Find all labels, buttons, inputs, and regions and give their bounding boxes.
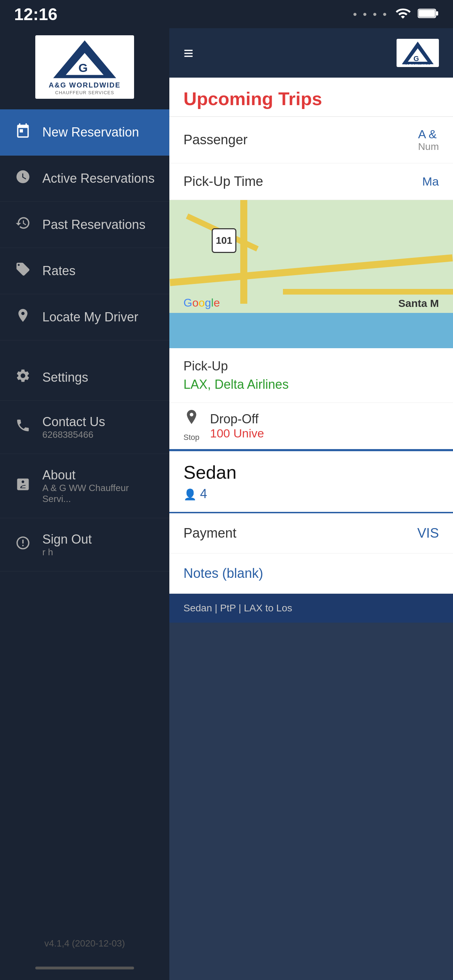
status-bar: 12:16 • • • • xyxy=(0,0,453,28)
pickup-time-row: Pick-Up Time Ma xyxy=(169,163,453,200)
main-layout: G A&G WORLDWIDE CHAUFFEUR SERVICES New R… xyxy=(0,28,453,980)
person-icon: 👤 xyxy=(183,488,197,500)
contact-icon xyxy=(14,418,32,437)
map-water xyxy=(169,313,453,348)
nav-items: New Reservation Active Reservations Past… xyxy=(0,109,169,928)
notes-value: Notes (blank) xyxy=(183,566,263,581)
pickup-section: Pick-Up LAX, Delta Airlines xyxy=(169,348,453,403)
sign-out-label: Sign Out xyxy=(42,532,92,546)
sidebar-item-contact[interactable]: Contact Us 6268385466 xyxy=(0,401,169,454)
footer-text: Sedan | PtP | LAX to Los xyxy=(183,603,292,614)
google-g2-letter: g xyxy=(205,296,211,309)
upcoming-trips-header: Upcoming Trips xyxy=(169,78,453,117)
svg-text:G: G xyxy=(413,55,419,62)
dropoff-value: 100 Unive xyxy=(210,426,439,440)
stop-icon-area: Stop xyxy=(183,410,199,442)
status-time: 12:16 xyxy=(14,5,57,24)
pickup-value: LAX, Delta Airlines xyxy=(183,377,439,392)
svg-text:A&G WORLDWIDE: A&G WORLDWIDE xyxy=(403,62,431,65)
settings-label: Settings xyxy=(42,370,88,385)
settings-icon xyxy=(14,368,32,387)
right-header: ≡ G A&G WORLDWIDE xyxy=(169,28,453,78)
battery-icon xyxy=(418,7,439,21)
contact-label: Contact Us xyxy=(42,415,105,429)
stop-label: Stop xyxy=(183,433,199,442)
stop-pin-icon xyxy=(184,410,199,431)
passenger-row: Passenger A & Num xyxy=(169,117,453,163)
nav-spacer xyxy=(0,340,169,355)
trip-details: Passenger A & Num Pick-Up Time Ma xyxy=(169,117,453,200)
locate-driver-icon xyxy=(14,308,32,327)
footer-bar: Sedan | PtP | LAX to Los xyxy=(169,594,453,623)
about-text: About A & G WW Chauffeur Servi... xyxy=(42,468,155,504)
right-panel: ≡ G A&G WORLDWIDE Upcoming Trips Passeng… xyxy=(169,28,453,980)
vehicle-name: Sedan xyxy=(183,462,439,483)
google-g-letter: G xyxy=(183,296,192,309)
google-o1-letter: o xyxy=(192,296,199,309)
svg-rect-1 xyxy=(436,11,438,16)
new-reservation-label: New Reservation xyxy=(42,125,139,140)
logo: G A&G WORLDWIDE CHAUFFEUR SERVICES xyxy=(35,35,134,99)
logo-subtitle: CHAUFFEUR SERVICES xyxy=(49,90,121,95)
sidebar: G A&G WORLDWIDE CHAUFFEUR SERVICES New R… xyxy=(0,28,169,980)
svg-rect-2 xyxy=(419,10,435,17)
hamburger-menu-button[interactable]: ≡ xyxy=(183,43,193,63)
past-reservations-icon xyxy=(14,215,32,234)
contact-phone: 6268385466 xyxy=(42,430,105,440)
about-sublabel: A & G WW Chauffeur Servi... xyxy=(42,483,155,504)
about-label: About xyxy=(42,468,75,482)
right-logo: G A&G WORLDWIDE xyxy=(397,39,439,67)
payment-value: VIS xyxy=(417,526,439,541)
google-e-letter: e xyxy=(213,296,220,309)
pickup-label: Pick-Up xyxy=(183,359,439,374)
payment-row: Payment VIS xyxy=(169,513,453,554)
vehicle-passengers: 👤 4 xyxy=(183,487,439,501)
dropoff-info: Drop-Off 100 Unive xyxy=(210,412,439,440)
home-indicator xyxy=(0,959,169,980)
map-highway-badge: 101 xyxy=(212,228,236,253)
contact-text: Contact Us 6268385466 xyxy=(42,414,105,440)
google-o2-letter: o xyxy=(199,296,205,309)
pickup-time-label: Pick-Up Time xyxy=(183,174,263,189)
signal-dots-icon: • • • • xyxy=(353,8,388,21)
upcoming-trips-title: Upcoming Trips xyxy=(183,89,322,109)
passenger-count: 4 xyxy=(200,487,207,501)
map-location-label: Santa M xyxy=(398,298,439,309)
sign-out-icon xyxy=(14,535,32,554)
sidebar-item-settings[interactable]: Settings xyxy=(0,355,169,401)
sidebar-item-locate-driver[interactable]: Locate My Driver xyxy=(0,294,169,340)
new-reservation-icon xyxy=(14,123,32,142)
past-reservations-label: Past Reservations xyxy=(42,217,145,232)
version-text: v4.1,4 (2020-12-03) xyxy=(0,928,169,959)
home-bar xyxy=(35,967,134,969)
logo-company: A&G WORLDWIDE xyxy=(49,81,121,89)
sidebar-item-active-reservations[interactable]: Active Reservations xyxy=(0,156,169,202)
sidebar-item-past-reservations[interactable]: Past Reservations xyxy=(0,202,169,248)
passenger-value: A & xyxy=(418,127,437,141)
sign-out-sublabel: r h xyxy=(42,547,92,558)
status-icons: • • • • xyxy=(353,6,439,22)
notes-row: Notes (blank) xyxy=(169,554,453,594)
map-road-vertical xyxy=(240,200,247,304)
sidebar-item-about[interactable]: About A & G WW Chauffeur Servi... xyxy=(0,454,169,518)
google-logo: Google xyxy=(183,296,220,309)
active-reservations-label: Active Reservations xyxy=(42,171,154,186)
dropoff-row: Stop Drop-Off 100 Unive xyxy=(169,403,453,450)
sidebar-item-sign-out[interactable]: Sign Out r h xyxy=(0,518,169,571)
rates-icon xyxy=(14,261,32,280)
sidebar-item-rates[interactable]: Rates xyxy=(0,248,169,294)
sidebar-item-new-reservation[interactable]: New Reservation xyxy=(0,109,169,156)
locate-driver-label: Locate My Driver xyxy=(42,310,138,325)
passenger-sub: Num xyxy=(418,141,439,153)
map-area: 101 Santa M Google xyxy=(169,200,453,348)
active-reservations-icon xyxy=(14,169,32,188)
highway-number: 101 xyxy=(216,235,232,246)
pickup-time-value: Ma xyxy=(422,175,439,188)
vehicle-card: Sedan 👤 4 xyxy=(169,451,453,512)
svg-text:G: G xyxy=(78,61,87,75)
wifi-icon xyxy=(395,6,411,22)
dark-bottom-panel xyxy=(169,623,453,980)
map-road-bottom xyxy=(283,289,453,294)
about-icon xyxy=(14,477,32,496)
passenger-value-group: A & Num xyxy=(418,127,439,153)
